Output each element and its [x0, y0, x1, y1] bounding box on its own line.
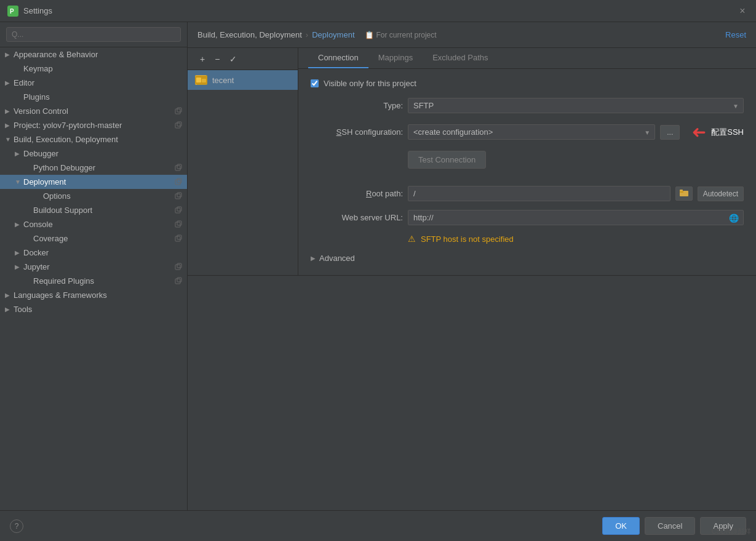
- autodetect-button[interactable]: Autodetect: [698, 186, 744, 201]
- sidebar-item[interactable]: ▶Debugger: [0, 146, 187, 161]
- app-icon: P: [7, 6, 18, 17]
- for-project-label: 📋 For current project: [365, 31, 437, 39]
- annotation-text: 配置SSH: [711, 127, 744, 138]
- svg-rect-9: [177, 178, 181, 183]
- add-server-button[interactable]: +: [197, 53, 207, 65]
- tab-mappings[interactable]: Mappings: [368, 48, 423, 68]
- sidebar-item[interactable]: ▼Deployment: [0, 175, 187, 189]
- tree-arrow-icon: ▶: [5, 108, 14, 114]
- advanced-row[interactable]: ▶ Advanced: [311, 251, 744, 265]
- svg-rect-15: [177, 221, 181, 225]
- panel-header: Build, Execution, Deployment › Deploymen…: [188, 22, 756, 48]
- svg-rect-14: [175, 222, 180, 227]
- cancel-button[interactable]: Cancel: [645, 517, 695, 535]
- sidebar-item[interactable]: ▶Project: yolov7-pytorch-master: [0, 118, 187, 132]
- server-item[interactable]: tecent: [188, 70, 298, 90]
- sftp-icon: [195, 75, 207, 85]
- server-name: tecent: [212, 76, 234, 85]
- sidebar-item[interactable]: Buildout Support: [0, 203, 187, 217]
- sidebar-item[interactable]: ▶Console: [0, 217, 187, 231]
- sidebar-item[interactable]: ▶Version Control: [0, 104, 187, 118]
- tab-excluded-paths[interactable]: Excluded Paths: [423, 48, 498, 68]
- tab-connection[interactable]: Connection: [308, 48, 368, 68]
- svg-rect-17: [177, 235, 181, 239]
- sidebar-item-label: Keymap: [23, 64, 182, 73]
- sidebar-item[interactable]: ▶Jupyter: [0, 260, 187, 274]
- arrow-icon: ➜: [692, 122, 706, 142]
- tree-arrow-icon: ▶: [5, 122, 14, 129]
- sidebar-item[interactable]: Plugins: [0, 90, 187, 104]
- ssh-browse-button[interactable]: ...: [660, 125, 680, 140]
- ok-button[interactable]: OK: [602, 517, 640, 535]
- svg-rect-10: [175, 194, 180, 199]
- test-connection-row: Test Connection: [311, 151, 744, 177]
- sidebar-item[interactable]: ▶Editor: [0, 76, 187, 90]
- svg-rect-19: [177, 263, 181, 268]
- sidebar-item-label: Docker: [23, 248, 182, 257]
- svg-rect-6: [175, 166, 180, 170]
- svg-rect-4: [175, 123, 180, 128]
- sidebar-item-label: Coverage: [33, 234, 175, 243]
- breadcrumb: Build, Execution, Deployment › Deploymen…: [197, 30, 725, 39]
- sidebar-item-label: Version Control: [14, 106, 175, 116]
- advanced-label: Advanced: [319, 254, 355, 263]
- sidebar-item[interactable]: Python Debugger: [0, 161, 187, 175]
- sidebar-item-label: Plugins: [23, 92, 182, 102]
- sidebar-item[interactable]: ▶Appearance & Behavior: [0, 47, 187, 62]
- visible-checkbox-label[interactable]: Visible only for this project: [324, 79, 416, 88]
- search-input[interactable]: [6, 27, 181, 42]
- external-icon: [175, 121, 182, 130]
- type-select[interactable]: SFTP FTP FTPS Local or mounted folder: [408, 98, 744, 113]
- warning-row: ⚠ SFTP host is not specified: [311, 234, 744, 244]
- sidebar-item[interactable]: ▶Tools: [0, 302, 187, 316]
- help-button[interactable]: ?: [10, 519, 23, 533]
- svg-rect-8: [175, 180, 180, 185]
- footer: ? OK Cancel Apply CSDN@彭祥: [0, 510, 756, 541]
- sidebar-item[interactable]: ▶Docker: [0, 246, 187, 260]
- sidebar: ▶Appearance & BehaviorKeymap▶EditorPlugi…: [0, 22, 188, 510]
- search-box: [0, 22, 187, 47]
- remove-server-button[interactable]: −: [212, 53, 222, 65]
- svg-rect-2: [175, 109, 180, 114]
- root-path-browse-button[interactable]: [675, 186, 693, 201]
- ssh-underline: SSH configuration:: [336, 127, 403, 137]
- confirm-button[interactable]: ✓: [227, 53, 239, 65]
- tabs: Connection Mappings Excluded Paths: [298, 48, 756, 69]
- warning-icon: ⚠: [408, 234, 416, 244]
- sidebar-item[interactable]: Options: [0, 189, 187, 203]
- main-layout: ▶Appearance & BehaviorKeymap▶EditorPlugi…: [0, 22, 756, 510]
- sidebar-item[interactable]: Keymap: [0, 62, 187, 76]
- sidebar-item[interactable]: ▶Languages & Frameworks: [0, 288, 187, 302]
- root-path-input[interactable]: [408, 186, 670, 201]
- sidebar-item-label: Buildout Support: [33, 206, 175, 215]
- web-server-input-wrapper: 🌐: [408, 210, 744, 225]
- svg-rect-20: [175, 279, 180, 284]
- breadcrumb-separator: ›: [306, 30, 308, 39]
- root-path-label: Root path:: [311, 189, 403, 198]
- svg-rect-21: [177, 278, 181, 282]
- visible-checkbox-row: Visible only for this project: [311, 79, 744, 88]
- reset-button[interactable]: Reset: [725, 30, 746, 39]
- web-server-input[interactable]: [408, 210, 744, 225]
- sidebar-item-label: Project: yolov7-pytorch-master: [14, 121, 175, 130]
- external-icon: [175, 192, 182, 201]
- sidebar-item[interactable]: Coverage: [0, 231, 187, 246]
- sidebar-item-label: Options: [43, 191, 175, 201]
- tree-arrow-icon: ▶: [5, 79, 14, 86]
- external-icon: [175, 277, 182, 286]
- sidebar-item-label: Console: [23, 220, 175, 229]
- tree-arrow-icon: ▶: [15, 249, 23, 256]
- sidebar-item[interactable]: ▼Build, Execution, Deployment: [0, 132, 187, 146]
- external-icon: [175, 263, 182, 271]
- sidebar-item-label: Debugger: [23, 149, 182, 158]
- ssh-select-wrapper: <create configuration> ▼: [408, 124, 655, 140]
- tree-arrow-icon: ▶: [15, 221, 23, 228]
- test-connection-button[interactable]: Test Connection: [408, 151, 486, 169]
- ssh-select[interactable]: <create configuration>: [408, 124, 655, 140]
- sidebar-item-label: Editor: [14, 78, 182, 87]
- close-button[interactable]: ×: [736, 5, 749, 17]
- breadcrumb-current: Deployment: [312, 30, 354, 39]
- visible-checkbox[interactable]: [311, 79, 319, 87]
- sidebar-item[interactable]: Required Plugins: [0, 274, 187, 288]
- sidebar-item-label: Build, Execution, Deployment: [14, 135, 182, 144]
